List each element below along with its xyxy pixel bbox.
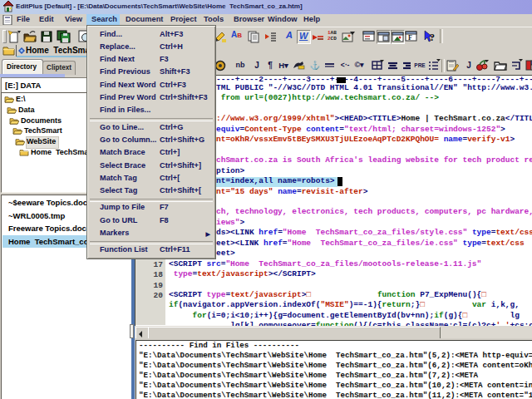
svg-text:?: ? xyxy=(430,32,435,43)
svg-text:F: F xyxy=(408,34,412,42)
